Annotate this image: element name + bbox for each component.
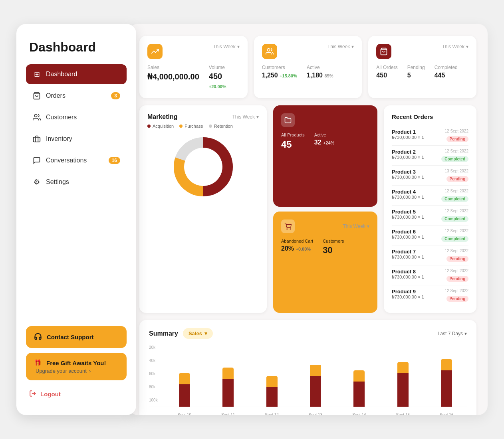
status-badge: Completed <box>441 156 468 162</box>
cart-week[interactable]: This Week ▾ <box>343 223 369 229</box>
order-item: Product 3 ₦730,000.00 × 1 13 Sept 2022 P… <box>392 166 468 186</box>
sidebar-item-dashboard[interactable]: ⊞ Dashboard <box>26 64 127 84</box>
status-badge: Completed <box>441 196 468 202</box>
active-products-group: Active 32 +24% <box>314 132 335 150</box>
summary-chart: 100k 80k 60k 40k 20k <box>149 345 467 415</box>
headphones-icon <box>34 332 42 342</box>
order-info: Product 7 ₦730,000.00 × 1 <box>392 249 424 260</box>
orders-icon <box>32 91 41 100</box>
order-item: Product 6 ₦730,000.00 × 1 12 Sept 2022 C… <box>392 225 468 245</box>
orders-week[interactable]: This Week ▾ <box>442 44 468 49</box>
order-status-group: 12 Sept 2022 Pending <box>445 289 469 302</box>
y-axis-labels: 100k 80k 60k 40k 20k <box>149 345 162 402</box>
bar-group <box>339 345 379 407</box>
sidebar-title: Dashboard <box>26 40 127 55</box>
sidebar-nav: ⊞ Dashboard Orders 3 Customers <box>26 64 127 194</box>
date-filter[interactable]: Last 7 Days ▾ <box>438 331 467 336</box>
order-item: Product 4 ₦730,000.00 × 1 12 Sept 2022 C… <box>392 186 468 206</box>
cart-customers-group: Customers 30 <box>323 239 344 255</box>
sales-icon <box>147 44 163 59</box>
products-column: All Products 45 Active 32 +24% <box>273 105 377 313</box>
status-badge: Pending <box>446 136 468 142</box>
legend-acquisition: Acquisition <box>147 124 174 129</box>
chevron-down-icon: ▾ <box>256 114 259 120</box>
bar-red <box>310 376 321 407</box>
bar-red <box>266 387 278 407</box>
bar-red <box>353 382 365 407</box>
order-info: Product 3 ₦730,000.00 × 1 <box>392 169 424 180</box>
bar-yellow <box>397 362 409 373</box>
summary-title: Summary <box>149 330 178 337</box>
svg-point-9 <box>184 148 222 186</box>
order-item: Product 8 ₦730,000.00 × 1 12 Sept 2022 P… <box>392 265 468 285</box>
sales-value-group: Sales ₦4,000,000.00 <box>147 65 199 90</box>
bar-red <box>397 373 409 407</box>
bar-group <box>164 345 204 407</box>
bar-yellow <box>179 373 190 384</box>
order-status-group: 12 Sept 2022 Completed <box>441 209 468 222</box>
customers-week[interactable]: This Week ▾ <box>327 44 354 49</box>
x-axis-labels: Sept 10Sept 11Sept 12Sept 13Sept 14Sept … <box>149 413 467 415</box>
sidebar-item-customers[interactable]: Customers <box>26 107 127 127</box>
orders-card-title: Recent Orders <box>392 113 468 120</box>
bar-stack <box>266 376 278 407</box>
sidebar-item-inventory[interactable]: Inventory <box>26 129 127 149</box>
order-status-group: 12 Sept 2022 Completed <box>441 149 468 162</box>
volume-value-group: Volume 450 +20.00% <box>209 65 240 90</box>
arrow-right-icon: › <box>89 368 91 374</box>
contact-support-label: Contact Support <box>47 334 94 340</box>
customers-icon <box>32 113 41 122</box>
orders-card: Recent Orders Product 1 ₦730,000.00 × 1 … <box>384 105 476 313</box>
order-item: Product 7 ₦730,000.00 × 1 12 Sept 2022 P… <box>392 245 468 265</box>
status-badge: Completed <box>441 236 468 242</box>
order-item: Product 5 ₦730,000.00 × 1 12 Sept 2022 C… <box>392 206 468 225</box>
bar-stack <box>310 365 321 407</box>
x-label: Sept 16 <box>427 413 467 415</box>
bar-stack <box>353 370 365 407</box>
logout-button[interactable]: Logout <box>26 385 127 403</box>
sidebar-item-orders[interactable]: Orders 3 <box>26 86 127 106</box>
legend-retention: Retention <box>209 124 233 129</box>
sidebar-item-settings[interactable]: ⚙ Settings <box>26 172 127 192</box>
abandoned-cart-card: This Week ▾ Abandoned Cart 20% +0.00% <box>273 212 377 313</box>
order-info: Product 4 ₦730,000.00 × 1 <box>392 189 424 200</box>
sidebar-item-conversations[interactable]: Conversations 16 <box>26 150 127 170</box>
marketing-title: Marketing <box>147 113 178 121</box>
customers-active-group: Active 1,180 85% <box>307 65 333 79</box>
order-info: Product 9 ₦730,000.00 × 1 <box>392 289 424 300</box>
orders-stat-card: This Week ▾ All Orders 450 Pending 5 Com… <box>368 36 476 98</box>
x-label: Sept 15 <box>383 413 423 415</box>
contact-support-button[interactable]: Contact Support <box>26 326 127 348</box>
sales-week[interactable]: This Week ▾ <box>213 44 239 49</box>
status-badge: Completed <box>441 216 468 222</box>
bar-yellow <box>310 365 321 376</box>
summary-filter[interactable]: Sales ▾ <box>183 328 213 339</box>
order-status-group: 12 Sept 2022 Completed <box>441 189 468 202</box>
pending-orders-group: Pending 5 <box>407 65 425 79</box>
bar-stack <box>222 368 234 407</box>
sales-card: This Week ▾ Sales ₦4,000,000.00 Volume 4… <box>139 36 248 98</box>
summary-card: Summary Sales ▾ Last 7 Days ▾ 100k 80k <box>139 320 476 415</box>
order-info: Product 8 ₦730,000.00 × 1 <box>392 269 424 280</box>
sidebar-bottom: Contact Support 🎁 Free Gift Awaits You! … <box>26 326 127 403</box>
x-label: Sept 10 <box>164 413 204 415</box>
order-item: Product 2 ₦730,000.00 × 1 12 Sept 2022 C… <box>392 146 468 166</box>
marketing-week[interactable]: This Week ▾ <box>232 114 259 120</box>
bar-red <box>441 370 452 407</box>
main-content: This Week ▾ Sales ₦4,000,000.00 Volume 4… <box>128 24 488 415</box>
folder-icon <box>281 113 295 127</box>
orders-list: Product 1 ₦730,000.00 × 1 12 Sept 2022 P… <box>392 126 468 305</box>
recent-orders-section: Recent Orders Product 1 ₦730,000.00 × 1 … <box>384 105 476 313</box>
bar-yellow <box>353 370 365 382</box>
order-info: Product 2 ₦730,000.00 × 1 <box>392 149 424 160</box>
status-badge: Pending <box>446 176 468 182</box>
bar-yellow <box>441 359 452 370</box>
chevron-down-icon: ▾ <box>351 44 354 49</box>
dropdown-icon: ▾ <box>204 330 207 336</box>
bar-stack <box>179 373 190 407</box>
order-info: Product 5 ₦730,000.00 × 1 <box>392 209 424 220</box>
svg-point-4 <box>267 49 270 51</box>
x-label: Sept 14 <box>339 413 379 415</box>
order-status-group: 12 Sept 2022 Pending <box>445 129 469 142</box>
free-gift-button[interactable]: 🎁 Free Gift Awaits You! Upgrade your acc… <box>26 353 127 380</box>
